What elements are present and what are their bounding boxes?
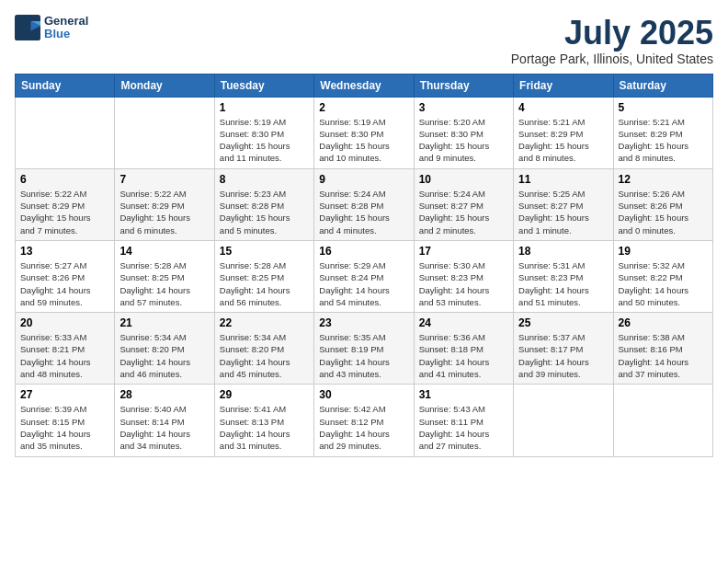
day-number: 15 (220, 245, 309, 258)
calendar-cell: 8Sunrise: 5:23 AM Sunset: 8:28 PM Daylig… (214, 168, 313, 240)
calendar-cell: 14Sunrise: 5:28 AM Sunset: 8:25 PM Dayli… (115, 240, 214, 312)
logo-line1: General (44, 15, 88, 28)
calendar-body: 1Sunrise: 5:19 AM Sunset: 8:30 PM Daylig… (16, 97, 713, 456)
day-info: Sunrise: 5:34 AM Sunset: 8:20 PM Dayligh… (220, 331, 309, 380)
day-number: 12 (619, 173, 708, 186)
day-info: Sunrise: 5:21 AM Sunset: 8:29 PM Dayligh… (619, 116, 708, 165)
calendar-cell: 30Sunrise: 5:42 AM Sunset: 8:12 PM Dayli… (314, 385, 414, 456)
day-number: 30 (319, 388, 408, 401)
day-number: 24 (419, 316, 508, 329)
calendar-cell: 10Sunrise: 5:24 AM Sunset: 8:27 PM Dayli… (414, 168, 513, 240)
calendar-cell: 22Sunrise: 5:34 AM Sunset: 8:20 PM Dayli… (214, 313, 313, 385)
weekday-header-saturday: Saturday (613, 74, 712, 97)
calendar-cell: 11Sunrise: 5:25 AM Sunset: 8:27 PM Dayli… (514, 168, 613, 240)
calendar-cell: 13Sunrise: 5:27 AM Sunset: 8:26 PM Dayli… (16, 240, 115, 312)
calendar-week-1: 1Sunrise: 5:19 AM Sunset: 8:30 PM Daylig… (16, 97, 713, 168)
day-number: 22 (220, 316, 309, 329)
logo-text: General Blue (44, 15, 88, 41)
weekday-header-row: SundayMondayTuesdayWednesdayThursdayFrid… (16, 74, 713, 97)
calendar-cell: 16Sunrise: 5:29 AM Sunset: 8:24 PM Dayli… (314, 240, 414, 312)
calendar-cell: 29Sunrise: 5:41 AM Sunset: 8:13 PM Dayli… (214, 385, 313, 456)
day-info: Sunrise: 5:27 AM Sunset: 8:26 PM Dayligh… (20, 259, 109, 308)
day-number: 6 (20, 173, 109, 186)
day-info: Sunrise: 5:43 AM Sunset: 8:11 PM Dayligh… (419, 403, 508, 452)
day-number: 26 (619, 316, 708, 329)
calendar-week-5: 27Sunrise: 5:39 AM Sunset: 8:15 PM Dayli… (16, 385, 713, 456)
calendar-cell: 26Sunrise: 5:38 AM Sunset: 8:16 PM Dayli… (613, 313, 712, 385)
calendar-cell (514, 385, 613, 456)
day-number: 14 (119, 245, 209, 258)
calendar-cell: 24Sunrise: 5:36 AM Sunset: 8:18 PM Dayli… (414, 313, 513, 385)
day-number: 13 (20, 245, 109, 258)
calendar-cell: 28Sunrise: 5:40 AM Sunset: 8:14 PM Dayli… (115, 385, 214, 456)
day-info: Sunrise: 5:36 AM Sunset: 8:18 PM Dayligh… (419, 331, 508, 380)
day-number: 1 (220, 101, 309, 114)
day-info: Sunrise: 5:19 AM Sunset: 8:30 PM Dayligh… (319, 116, 408, 165)
day-info: Sunrise: 5:29 AM Sunset: 8:24 PM Dayligh… (319, 259, 408, 308)
day-info: Sunrise: 5:30 AM Sunset: 8:23 PM Dayligh… (419, 259, 508, 308)
calendar-cell: 12Sunrise: 5:26 AM Sunset: 8:26 PM Dayli… (613, 168, 712, 240)
day-info: Sunrise: 5:23 AM Sunset: 8:28 PM Dayligh… (220, 188, 309, 236)
calendar-table: SundayMondayTuesdayWednesdayThursdayFrid… (15, 74, 713, 457)
location: Portage Park, Illinois, United States (511, 52, 713, 66)
day-info: Sunrise: 5:22 AM Sunset: 8:29 PM Dayligh… (20, 188, 109, 236)
calendar-cell: 1Sunrise: 5:19 AM Sunset: 8:30 PM Daylig… (214, 97, 313, 168)
day-number: 10 (419, 173, 508, 186)
day-info: Sunrise: 5:40 AM Sunset: 8:14 PM Dayligh… (119, 403, 209, 452)
weekday-header-sunday: Sunday (16, 74, 115, 97)
calendar-cell: 21Sunrise: 5:34 AM Sunset: 8:20 PM Dayli… (115, 313, 214, 385)
calendar-cell: 2Sunrise: 5:19 AM Sunset: 8:30 PM Daylig… (314, 97, 414, 168)
calendar-cell: 7Sunrise: 5:22 AM Sunset: 8:29 PM Daylig… (115, 168, 214, 240)
day-info: Sunrise: 5:21 AM Sunset: 8:29 PM Dayligh… (518, 116, 608, 165)
calendar-cell: 3Sunrise: 5:20 AM Sunset: 8:30 PM Daylig… (414, 97, 513, 168)
day-info: Sunrise: 5:25 AM Sunset: 8:27 PM Dayligh… (518, 188, 608, 236)
day-info: Sunrise: 5:26 AM Sunset: 8:26 PM Dayligh… (619, 188, 708, 236)
calendar-cell: 31Sunrise: 5:43 AM Sunset: 8:11 PM Dayli… (414, 385, 513, 456)
calendar-cell: 9Sunrise: 5:24 AM Sunset: 8:28 PM Daylig… (314, 168, 414, 240)
calendar-cell: 17Sunrise: 5:30 AM Sunset: 8:23 PM Dayli… (414, 240, 513, 312)
page-header: General Blue July 2025 Portage Park, Ill… (15, 15, 713, 66)
day-info: Sunrise: 5:32 AM Sunset: 8:22 PM Dayligh… (619, 259, 708, 308)
day-info: Sunrise: 5:24 AM Sunset: 8:28 PM Dayligh… (319, 188, 408, 236)
day-number: 2 (319, 101, 408, 114)
day-info: Sunrise: 5:39 AM Sunset: 8:15 PM Dayligh… (20, 403, 109, 452)
calendar-cell: 18Sunrise: 5:31 AM Sunset: 8:23 PM Dayli… (514, 240, 613, 312)
calendar-cell: 15Sunrise: 5:28 AM Sunset: 8:25 PM Dayli… (214, 240, 313, 312)
title-block: July 2025 Portage Park, Illinois, United… (511, 15, 713, 66)
calendar-cell: 23Sunrise: 5:35 AM Sunset: 8:19 PM Dayli… (314, 313, 414, 385)
day-info: Sunrise: 5:34 AM Sunset: 8:20 PM Dayligh… (119, 331, 209, 380)
calendar-cell: 6Sunrise: 5:22 AM Sunset: 8:29 PM Daylig… (16, 168, 115, 240)
weekday-header-friday: Friday (514, 74, 613, 97)
weekday-header-monday: Monday (115, 74, 214, 97)
day-info: Sunrise: 5:19 AM Sunset: 8:30 PM Dayligh… (220, 116, 309, 165)
calendar-cell (115, 97, 214, 168)
calendar-week-2: 6Sunrise: 5:22 AM Sunset: 8:29 PM Daylig… (16, 168, 713, 240)
day-info: Sunrise: 5:42 AM Sunset: 8:12 PM Dayligh… (319, 403, 408, 452)
day-info: Sunrise: 5:33 AM Sunset: 8:21 PM Dayligh… (20, 331, 109, 380)
calendar-cell (16, 97, 115, 168)
day-number: 7 (119, 173, 209, 186)
calendar-cell: 5Sunrise: 5:21 AM Sunset: 8:29 PM Daylig… (613, 97, 712, 168)
calendar-cell: 25Sunrise: 5:37 AM Sunset: 8:17 PM Dayli… (514, 313, 613, 385)
day-info: Sunrise: 5:35 AM Sunset: 8:19 PM Dayligh… (319, 331, 408, 380)
day-number: 23 (319, 316, 408, 329)
calendar-cell: 19Sunrise: 5:32 AM Sunset: 8:22 PM Dayli… (613, 240, 712, 312)
day-number: 21 (119, 316, 209, 329)
day-info: Sunrise: 5:38 AM Sunset: 8:16 PM Dayligh… (619, 331, 708, 380)
calendar-week-3: 13Sunrise: 5:27 AM Sunset: 8:26 PM Dayli… (16, 240, 713, 312)
calendar-cell: 4Sunrise: 5:21 AM Sunset: 8:29 PM Daylig… (514, 97, 613, 168)
day-number: 17 (419, 245, 508, 258)
day-info: Sunrise: 5:41 AM Sunset: 8:13 PM Dayligh… (220, 403, 309, 452)
day-info: Sunrise: 5:20 AM Sunset: 8:30 PM Dayligh… (419, 116, 508, 165)
day-info: Sunrise: 5:31 AM Sunset: 8:23 PM Dayligh… (518, 259, 608, 308)
day-number: 3 (419, 101, 508, 114)
logo-icon (15, 15, 40, 40)
day-number: 28 (119, 388, 209, 401)
day-number: 29 (220, 388, 309, 401)
calendar-cell (613, 385, 712, 456)
day-info: Sunrise: 5:28 AM Sunset: 8:25 PM Dayligh… (119, 259, 209, 308)
day-number: 16 (319, 245, 408, 258)
day-number: 31 (419, 388, 508, 401)
day-number: 11 (518, 173, 608, 186)
month-title: July 2025 (511, 15, 713, 52)
